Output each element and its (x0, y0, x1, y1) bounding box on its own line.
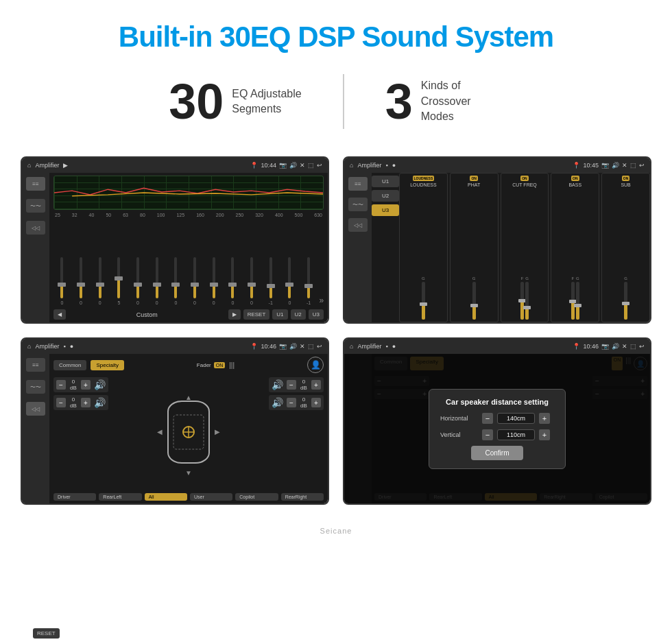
eq-track-11[interactable] (250, 257, 253, 298)
preset-u3[interactable]: U3 (372, 204, 399, 216)
eq-track-3[interactable] (99, 257, 101, 298)
zone-rearleft[interactable]: RearLeft (99, 493, 141, 501)
volume-icon-3[interactable]: 🔊 (289, 343, 297, 350)
eq-track-8[interactable] (193, 257, 196, 298)
ch-sub-on[interactable]: ON (622, 176, 630, 181)
u2-btn-1[interactable]: U2 (291, 309, 306, 320)
rl-minus[interactable]: − (56, 398, 66, 407)
wave-icon-1[interactable]: 〜〜 (26, 199, 45, 213)
ch-bass-on[interactable]: ON (571, 176, 579, 181)
window-icon-2[interactable]: ⬚ (630, 162, 636, 169)
tab-common-3[interactable]: Common (53, 360, 86, 370)
window-icon-4[interactable]: ⬚ (630, 343, 636, 350)
confirm-button[interactable]: Confirm (471, 446, 523, 460)
sub-slider-g: G (624, 276, 627, 320)
eq-track-2[interactable] (80, 257, 82, 298)
rr-minus[interactable]: − (287, 398, 296, 407)
u1-btn-1[interactable]: U1 (272, 309, 287, 320)
back-icon-4[interactable]: ↩ (639, 343, 645, 350)
ch-phat-on[interactable]: ON (470, 176, 478, 181)
ch-cutfreq-on[interactable]: ON (520, 176, 529, 181)
back-icon-1[interactable]: ↩ (317, 162, 322, 169)
home-icon-2[interactable]: ⌂ (350, 162, 353, 169)
phat-g-track[interactable] (472, 282, 476, 320)
sub-g-track[interactable] (624, 282, 627, 320)
loudness-g-track[interactable] (422, 282, 425, 320)
eq-track-12[interactable] (269, 257, 272, 298)
zone-driver[interactable]: Driver (53, 493, 96, 501)
cutfreq-f-track[interactable] (520, 282, 524, 320)
wave-icon-3[interactable]: 〜〜 (26, 380, 45, 394)
zone-all[interactable]: All (145, 493, 187, 501)
play-icon-1[interactable]: ▶ (63, 162, 68, 169)
fl-minus[interactable]: − (56, 380, 66, 390)
bass-f-track[interactable] (571, 282, 575, 320)
stat-crossover-number: 3 (385, 77, 413, 126)
eq-icon-2[interactable]: ≡≡ (348, 177, 368, 191)
next-btn[interactable]: ▶ (228, 309, 241, 320)
home-icon-3[interactable]: ⌂ (27, 343, 31, 350)
eq-slider-5: 0 (130, 257, 147, 305)
preset-u2[interactable]: U2 (372, 190, 399, 202)
xover-presets: U1 U2 U3 (372, 173, 399, 322)
camera-icon-2: 📷 (601, 162, 609, 169)
fl-plus[interactable]: + (81, 380, 91, 390)
back-icon-3[interactable]: ↩ (317, 343, 322, 350)
dist-vertical-minus[interactable]: − (482, 429, 493, 440)
eq-icon-1[interactable]: ≡≡ (26, 177, 45, 191)
fr-minus[interactable]: − (287, 380, 296, 390)
zone-rearright[interactable]: Copilot (235, 493, 278, 501)
eq-track-5[interactable] (136, 257, 139, 298)
zone-user[interactable]: User (190, 493, 232, 501)
volume-icon-4[interactable]: 🔊 (612, 343, 619, 350)
eq-track-10[interactable] (231, 257, 234, 298)
close-icon-1[interactable]: ✕ (300, 162, 305, 169)
spk-right-ctrl: 🔊 − 0 dB + 🔊 − 0 dB + (269, 377, 324, 493)
eq-track-4[interactable] (117, 257, 120, 298)
u3-btn-1[interactable]: U3 (309, 309, 324, 320)
speaker-icon-2[interactable]: ◁◁ (348, 218, 368, 232)
back-icon-2[interactable]: ↩ (639, 162, 645, 169)
close-icon-4[interactable]: ✕ (622, 343, 627, 350)
volume-icon-2[interactable]: 🔊 (612, 162, 619, 169)
wave-icon-2[interactable]: 〜〜 (348, 198, 368, 211)
screen-eq-inner: ⌂ Amplifier ▶ 📍 10:44 📷 🔊 ✕ ⬚ ↩ (22, 158, 328, 322)
volume-icon-1[interactable]: 🔊 (289, 162, 297, 169)
eq-track-13[interactable] (288, 257, 291, 298)
ch-loudness-on[interactable]: LOUDNESS (413, 176, 435, 181)
status-bar-2: ⌂ Amplifier ▪ ● 📍 10:45 📷 🔊 ✕ ⬚ ↩ (344, 158, 650, 173)
reset-btn-1[interactable]: RESET (243, 309, 270, 320)
fader-bars-icon: ||| (229, 361, 235, 369)
bass-g-track[interactable] (576, 282, 579, 320)
eq-icon-3[interactable]: ≡≡ (26, 358, 45, 372)
dist-vertical-plus[interactable]: + (539, 429, 550, 440)
user-icon-3[interactable]: 👤 (307, 357, 324, 373)
close-icon-3[interactable]: ✕ (300, 343, 305, 350)
dist-horizontal-plus[interactable]: + (539, 413, 550, 424)
bass-f-label: F (571, 276, 574, 281)
eq-track-9[interactable] (213, 257, 215, 298)
rr-plus[interactable]: + (311, 398, 321, 407)
rl-plus[interactable]: + (81, 398, 91, 407)
speaker-icon-1[interactable]: ◁◁ (26, 221, 45, 235)
eq-track-6[interactable] (156, 257, 158, 298)
fader-on-badge[interactable]: ON (214, 362, 226, 368)
home-icon-4[interactable]: ⌂ (350, 343, 353, 350)
fr-plus[interactable]: + (311, 380, 321, 390)
cutfreq-g-track[interactable] (525, 282, 529, 320)
tab-specialty-3[interactable]: Specialty (91, 360, 123, 370)
eq-track-7[interactable] (174, 257, 177, 298)
dist-horizontal-minus[interactable]: − (482, 413, 493, 424)
preset-u1[interactable]: U1 (372, 176, 399, 187)
window-icon-3[interactable]: ⬚ (308, 343, 314, 350)
expand-icon[interactable]: » (319, 296, 324, 305)
eq-track-14[interactable] (307, 257, 310, 298)
window-icon-1[interactable]: ⬚ (308, 162, 314, 169)
close-icon-2[interactable]: ✕ (622, 162, 627, 169)
speaker-icon-3[interactable]: ◁◁ (26, 402, 45, 416)
eq-track-1[interactable] (60, 257, 63, 298)
zone-copilot[interactable]: RearRight (281, 493, 324, 501)
home-icon-1[interactable]: ⌂ (27, 162, 31, 169)
ch-cutfreq-name: CUT FREQ (512, 182, 537, 187)
prev-btn[interactable]: ◀ (53, 309, 66, 320)
